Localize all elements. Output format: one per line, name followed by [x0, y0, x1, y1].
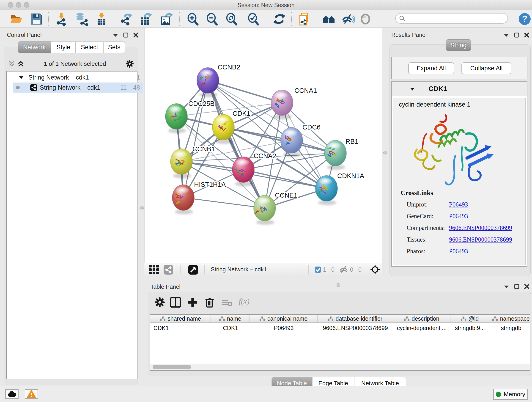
network-node-CDKN1A[interactable] — [316, 176, 337, 201]
network-node-CCNB2[interactable] — [197, 68, 219, 93]
close-panel-icon[interactable] — [133, 32, 138, 38]
network-node-CCNB1[interactable] — [171, 149, 192, 174]
hscrollbar-thumb[interactable] — [152, 365, 191, 369]
column-header-label: namespace — [500, 315, 530, 322]
network-node-CCNA2[interactable] — [232, 157, 254, 182]
float-panel-icon[interactable] — [514, 284, 519, 289]
tab-select[interactable]: Select — [76, 41, 103, 53]
network-edge[interactable] — [243, 170, 326, 188]
toolbar-separator — [291, 12, 292, 26]
panel-menu-icon[interactable] — [113, 33, 118, 37]
column-header-namespace[interactable]: namespace — [489, 315, 530, 322]
network-view-toolbar: String Network – cdk1 1 - 0 0 - 0 — [144, 263, 382, 276]
control-panel-header-icons — [113, 32, 138, 38]
crosslink-value-link[interactable]: P06493 — [449, 213, 468, 220]
fit-selected-crosshair-icon[interactable] — [370, 264, 380, 274]
export-image-icon[interactable] — [159, 13, 173, 26]
export-table-icon[interactable] — [139, 13, 152, 26]
zoom-fit-icon[interactable] — [225, 13, 239, 26]
collapse-all-button[interactable]: Collapse All — [462, 62, 511, 74]
zoom-out-icon[interactable] — [205, 13, 219, 26]
first-neighbors-icon[interactable] — [322, 13, 336, 26]
import-network-database-icon[interactable] — [75, 13, 89, 26]
network-options-gear-icon[interactable] — [126, 60, 134, 68]
column-header--id[interactable]: @id — [450, 315, 489, 322]
table-gear-icon[interactable] — [154, 297, 165, 307]
add-column-icon[interactable] — [187, 297, 198, 307]
column-header-canonical-name[interactable]: canonical name — [250, 315, 317, 322]
tree-expander-icon[interactable] — [19, 76, 24, 79]
panel-menu-icon[interactable] — [504, 33, 509, 37]
expand-all-button[interactable]: Expand All — [408, 62, 454, 74]
column-header-name[interactable]: name — [211, 315, 250, 322]
expand-all-icon[interactable] — [17, 60, 24, 67]
float-panel-icon[interactable] — [123, 32, 128, 38]
column-header-label: database identifier — [336, 315, 382, 322]
left-splitter-handle[interactable] — [140, 206, 144, 210]
zoom-in-icon[interactable] — [186, 13, 200, 26]
hide-selected-icon[interactable] — [341, 13, 355, 26]
column-header-label: @id — [469, 315, 479, 322]
node-section-header[interactable]: CDK1 — [392, 82, 527, 96]
collapse-all-icon[interactable] — [8, 60, 15, 67]
tab-string[interactable]: String — [446, 39, 471, 51]
open-in-new-window-icon[interactable] — [188, 265, 198, 274]
network-collection-row[interactable]: String Network – cdk1 1 — [13, 72, 143, 83]
network-node-CDC25B[interactable] — [165, 104, 187, 129]
memory-button[interactable]: Memory — [493, 389, 528, 400]
crosslink-row: Pharos:P06493 — [407, 245, 521, 257]
import-table-icon[interactable] — [95, 13, 108, 26]
close-panel-icon[interactable] — [524, 32, 529, 38]
network-row-selected[interactable]: String Network – cdk1 11 48 — [13, 83, 143, 93]
right-splitter-handle[interactable] — [383, 151, 387, 154]
network-node-CDC6[interactable] — [281, 128, 303, 153]
tab-sets[interactable]: Sets — [103, 41, 125, 53]
export-network-icon[interactable] — [120, 13, 133, 26]
new-network-from-selection-icon[interactable] — [298, 13, 312, 26]
network-node-HIST1H1A[interactable] — [172, 185, 194, 211]
table-cell: CDK1 — [150, 323, 211, 333]
network-view-title: String Network – cdk1 — [211, 266, 267, 273]
table-row[interactable]: CDK1CDK1P064939606.ENSP00000378699cyclin… — [150, 323, 530, 333]
tab-style[interactable]: Style — [51, 41, 76, 53]
network-node-CDK1[interactable] — [212, 114, 234, 140]
network-edge[interactable] — [208, 80, 282, 103]
float-panel-icon[interactable] — [514, 32, 519, 38]
search-box[interactable] — [395, 13, 508, 24]
tab-network[interactable]: Network — [18, 41, 51, 53]
node-label-CDC6: CDC6 — [302, 123, 321, 131]
network-node-RB1[interactable] — [324, 140, 346, 166]
crosslink-label: Pharos: — [407, 248, 449, 255]
network-overview-share-icon[interactable] — [164, 265, 173, 274]
save-session-icon[interactable] — [29, 13, 43, 26]
column-header-shared-name[interactable]: shared name — [150, 315, 211, 322]
network-node-CCNA1[interactable] — [271, 90, 293, 115]
birdseye-grid-icon[interactable] — [149, 265, 159, 274]
delete-column-icon[interactable] — [205, 297, 215, 308]
cloud-status-button[interactable] — [5, 389, 19, 399]
show-all-icon[interactable] — [359, 13, 372, 26]
crosslink-value-link[interactable]: 9606.ENSP00000378699 — [449, 236, 512, 243]
warnings-button[interactable] — [25, 389, 38, 399]
network-edge[interactable] — [208, 80, 265, 208]
hidden-count: 0 - 0 — [350, 266, 361, 273]
crosslink-value-link[interactable]: P06493 — [449, 248, 468, 255]
import-network-file-icon[interactable] — [55, 13, 68, 26]
selected-nodes-checkbox-icon[interactable] — [315, 267, 321, 273]
close-panel-icon[interactable] — [524, 284, 529, 289]
network-node-CCNE1[interactable] — [254, 195, 276, 221]
help-icon[interactable]: ? — [518, 13, 532, 26]
panel-menu-icon[interactable] — [504, 285, 509, 288]
crosslink-value-link[interactable]: 9606.ENSP00000378699 — [449, 224, 512, 231]
zoom-selected-icon[interactable] — [247, 13, 260, 26]
show-columns-icon[interactable] — [170, 297, 181, 307]
column-header-database-identifier[interactable]: database identifier — [317, 315, 393, 322]
crosslink-value-link[interactable]: P06493 — [449, 201, 468, 208]
column-header-description[interactable]: description — [393, 315, 450, 322]
network-edge[interactable] — [183, 198, 265, 208]
cytoscape-window: Session: New Session — [0, 0, 532, 402]
search-input[interactable] — [408, 15, 504, 22]
open-session-icon[interactable] — [9, 13, 23, 26]
section-expander-icon[interactable] — [410, 87, 415, 91]
refresh-icon[interactable] — [272, 13, 286, 26]
